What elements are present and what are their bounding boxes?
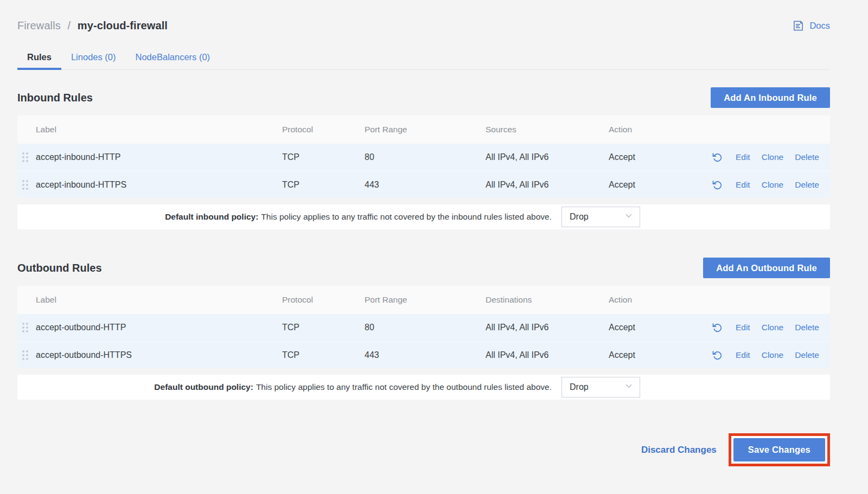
top-bar: Firewalls / my-cloud-firewall Docs [17, 16, 830, 35]
default-outbound-policy-row: Default outbound policy: This policy app… [17, 375, 830, 400]
outbound-rules-title: Outbound Rules [17, 262, 102, 274]
delete-link[interactable]: Delete [795, 323, 819, 332]
add-outbound-rule-button[interactable]: Add An Outbound Rule [703, 258, 830, 278]
rule-port-range: 443 [365, 180, 486, 190]
rule-sources: All IPv4, All IPv6 [486, 152, 609, 162]
highlight-annotation: Save Changes [729, 433, 830, 466]
firewall-detail-page: Firewalls / my-cloud-firewall Docs Rules… [17, 16, 830, 466]
rule-protocol: TCP [282, 323, 365, 332]
breadcrumb: Firewalls / my-cloud-firewall [17, 20, 168, 32]
clone-link[interactable]: Clone [762, 180, 784, 190]
default-outbound-policy-label: Default outbound policy: [154, 382, 253, 392]
outbound-rules-table: Label Protocol Port Range Destinations A… [17, 286, 830, 400]
rule-port-range: 80 [365, 323, 486, 332]
docs-link[interactable]: Docs [792, 20, 830, 32]
page-title: my-cloud-firewall [78, 20, 168, 31]
drag-handle-icon[interactable] [22, 180, 28, 190]
rule-destinations: All IPv4, All IPv6 [486, 350, 609, 360]
clone-link[interactable]: Clone [762, 350, 784, 360]
default-inbound-policy-row: Default inbound policy: This policy appl… [17, 204, 830, 229]
drag-handle-icon[interactable] [22, 350, 28, 360]
edit-link[interactable]: Edit [736, 323, 750, 332]
column-header-destinations: Destinations [486, 295, 609, 305]
breadcrumb-firewalls-link[interactable]: Firewalls [17, 20, 61, 31]
undo-icon[interactable] [712, 152, 723, 163]
column-header-protocol: Protocol [282, 125, 365, 134]
column-header-action: Action [609, 295, 690, 305]
inbound-rules-title: Inbound Rules [17, 92, 93, 104]
table-row: accept-outbound-HTTPS TCP 443 All IPv4, … [17, 341, 830, 368]
rule-label: accept-outbound-HTTP [36, 323, 282, 332]
rule-label: accept-inbound-HTTP [36, 152, 282, 162]
rule-protocol: TCP [282, 152, 365, 162]
rule-action: Accept [609, 152, 690, 162]
chevron-down-icon [624, 381, 634, 393]
clone-link[interactable]: Clone [762, 152, 784, 162]
default-outbound-policy-description: This policy applies to any traffic not c… [256, 382, 552, 392]
rule-port-range: 80 [365, 152, 486, 162]
rule-label: accept-outbound-HTTPS [36, 350, 282, 360]
tab-nodebalancers[interactable]: NodeBalancers (0) [126, 47, 220, 69]
rule-label: accept-inbound-HTTPS [36, 180, 282, 190]
docs-icon [792, 20, 805, 32]
rule-action: Accept [609, 180, 690, 190]
undo-icon[interactable] [712, 350, 723, 361]
rule-destinations: All IPv4, All IPv6 [486, 323, 609, 332]
discard-changes-link[interactable]: Discard Changes [641, 445, 717, 455]
outbound-table-header: Label Protocol Port Range Destinations A… [17, 286, 830, 314]
default-outbound-policy-select[interactable]: Drop [561, 377, 640, 397]
column-header-label: Label [36, 125, 282, 134]
table-row: accept-inbound-HTTP TCP 80 All IPv4, All… [17, 144, 830, 171]
tab-rules[interactable]: Rules [17, 47, 61, 69]
inbound-table-header: Label Protocol Port Range Sources Action [17, 116, 830, 144]
drag-handle-icon[interactable] [22, 152, 28, 162]
table-row: accept-inbound-HTTPS TCP 443 All IPv4, A… [17, 171, 830, 198]
delete-link[interactable]: Delete [795, 350, 819, 360]
breadcrumb-separator: / [67, 20, 71, 31]
table-row: accept-outbound-HTTP TCP 80 All IPv4, Al… [17, 314, 830, 341]
column-header-action: Action [609, 125, 690, 134]
chevron-down-icon [624, 211, 634, 223]
default-outbound-policy-value: Drop [570, 382, 589, 392]
edit-link[interactable]: Edit [736, 180, 750, 190]
save-changes-button[interactable]: Save Changes [733, 438, 825, 461]
delete-link[interactable]: Delete [795, 180, 819, 190]
rule-protocol: TCP [282, 350, 365, 360]
edit-link[interactable]: Edit [736, 152, 750, 162]
rule-action: Accept [609, 323, 690, 332]
rule-port-range: 443 [365, 350, 486, 360]
column-header-sources: Sources [486, 125, 609, 134]
column-header-label: Label [36, 295, 282, 305]
default-inbound-policy-label: Default inbound policy: [165, 212, 258, 222]
default-inbound-policy-description: This policy applies to any traffic not c… [261, 212, 552, 222]
rule-sources: All IPv4, All IPv6 [486, 180, 609, 190]
rule-action: Accept [609, 350, 690, 360]
edit-link[interactable]: Edit [736, 350, 750, 360]
inbound-rules-table: Label Protocol Port Range Sources Action… [17, 116, 830, 229]
inbound-section-header: Inbound Rules Add An Inbound Rule [17, 87, 830, 108]
default-inbound-policy-value: Drop [570, 212, 589, 222]
delete-link[interactable]: Delete [795, 152, 819, 162]
add-inbound-rule-button[interactable]: Add An Inbound Rule [711, 87, 830, 108]
column-header-protocol: Protocol [282, 295, 365, 305]
undo-icon[interactable] [712, 322, 723, 333]
footer-actions: Discard Changes Save Changes [17, 433, 830, 466]
outbound-section-header: Outbound Rules Add An Outbound Rule [17, 258, 830, 278]
column-header-port-range: Port Range [365, 295, 486, 305]
docs-label: Docs [809, 21, 830, 31]
tab-linodes[interactable]: Linodes (0) [61, 47, 126, 69]
undo-icon[interactable] [712, 179, 723, 190]
tab-bar: Rules Linodes (0) NodeBalancers (0) [17, 47, 830, 70]
rule-protocol: TCP [282, 180, 365, 190]
clone-link[interactable]: Clone [762, 323, 784, 332]
column-header-port-range: Port Range [365, 125, 486, 134]
default-inbound-policy-select[interactable]: Drop [561, 207, 640, 227]
drag-handle-icon[interactable] [22, 323, 28, 332]
